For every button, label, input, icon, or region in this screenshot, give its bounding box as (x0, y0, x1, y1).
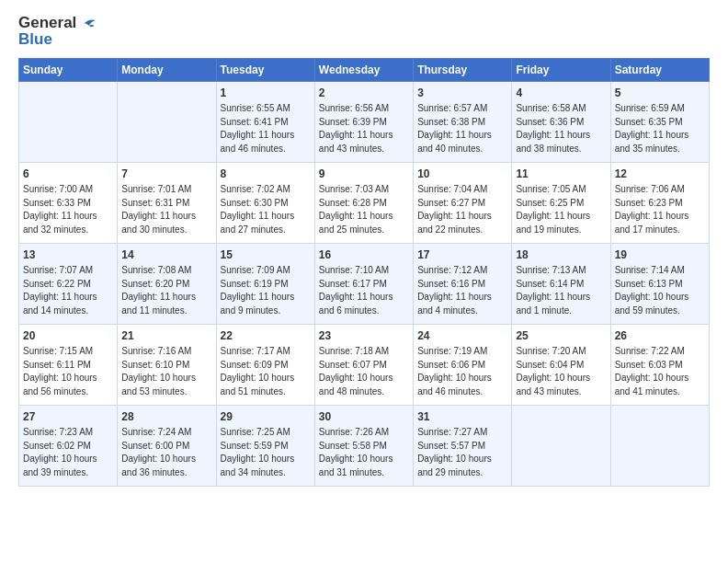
cell-info-line: Sunrise: 7:07 AM (23, 264, 113, 278)
calendar-cell: 28Sunrise: 7:24 AMSunset: 6:00 PMDayligh… (118, 405, 216, 486)
cell-info-line: Sunset: 6:17 PM (319, 278, 409, 292)
cell-info-line: Daylight: 10 hours and 46 minutes. (417, 372, 507, 398)
calendar-week-3: 13Sunrise: 7:07 AMSunset: 6:22 PMDayligh… (19, 243, 710, 324)
cell-info-line: Sunset: 5:59 PM (221, 440, 311, 454)
day-number: 9 (319, 167, 409, 182)
cell-info-line: Sunset: 6:00 PM (121, 440, 211, 454)
cell-info-line: Sunset: 6:22 PM (23, 278, 113, 292)
cell-info-line: Sunrise: 7:25 AM (221, 426, 311, 440)
cell-info-line: Sunrise: 7:18 AM (319, 345, 409, 359)
cell-info-line: Sunset: 6:27 PM (417, 197, 507, 211)
cell-info-line: Daylight: 10 hours and 31 minutes. (319, 453, 409, 479)
day-number: 1 (221, 86, 311, 101)
cell-info-line: Sunrise: 6:59 AM (615, 102, 705, 116)
calendar-cell: 8Sunrise: 7:02 AMSunset: 6:30 PMDaylight… (216, 162, 314, 243)
day-number: 26 (615, 328, 705, 344)
cell-info-line: Sunset: 6:33 PM (23, 197, 113, 211)
day-number: 31 (417, 409, 507, 425)
day-number: 16 (319, 247, 409, 263)
cell-info-line: Daylight: 11 hours and 19 minutes. (516, 210, 606, 236)
cell-info-line: Daylight: 10 hours and 59 minutes. (615, 291, 705, 317)
calendar-cell: 9Sunrise: 7:03 AMSunset: 6:28 PMDaylight… (314, 162, 413, 243)
calendar-cell: 26Sunrise: 7:22 AMSunset: 6:03 PMDayligh… (610, 324, 709, 405)
cell-info-line: Sunset: 6:09 PM (221, 359, 311, 373)
cell-info-line: Sunset: 6:02 PM (23, 440, 113, 454)
cell-info-line: Daylight: 11 hours and 17 minutes. (615, 210, 705, 236)
cell-info-line: Daylight: 11 hours and 14 minutes. (23, 291, 113, 317)
cell-info-line: Sunset: 5:58 PM (319, 440, 409, 454)
weekday-header-saturday: Saturday (610, 58, 709, 81)
logo: General Blue (18, 15, 97, 49)
calendar-cell: 30Sunrise: 7:26 AMSunset: 5:58 PMDayligh… (314, 405, 413, 486)
day-number: 28 (121, 409, 211, 425)
calendar-body: 1Sunrise: 6:55 AMSunset: 6:41 PMDaylight… (19, 81, 710, 486)
day-number: 27 (23, 409, 113, 425)
cell-info-line: Sunrise: 7:27 AM (417, 426, 507, 440)
cell-info-line: Sunset: 6:39 PM (319, 116, 409, 130)
day-number: 19 (615, 247, 705, 263)
cell-info-line: Sunrise: 7:15 AM (23, 345, 113, 359)
weekday-header-wednesday: Wednesday (314, 58, 413, 81)
cell-info-line: Daylight: 11 hours and 25 minutes. (319, 210, 409, 236)
cell-info-line: Sunrise: 7:13 AM (516, 264, 606, 278)
cell-info-line: Sunrise: 7:19 AM (417, 345, 507, 359)
cell-info-line: Daylight: 10 hours and 39 minutes. (23, 453, 113, 479)
weekday-header-friday: Friday (512, 58, 610, 81)
cell-info-line: Sunrise: 7:04 AM (417, 183, 507, 197)
weekday-header-row: SundayMondayTuesdayWednesdayThursdayFrid… (19, 58, 710, 81)
cell-info-line: Sunset: 6:31 PM (121, 197, 211, 211)
cell-info-line: Daylight: 11 hours and 30 minutes. (121, 210, 211, 236)
cell-info-line: Sunset: 6:11 PM (23, 359, 113, 373)
cell-info-line: Sunrise: 7:00 AM (23, 183, 113, 197)
day-number: 22 (221, 328, 311, 344)
cell-info-line: Daylight: 10 hours and 41 minutes. (615, 372, 705, 398)
page-container: General Blue SundayMondayTuesdayWednesda… (0, 0, 728, 505)
calendar-cell (118, 81, 216, 162)
cell-info-line: Daylight: 11 hours and 6 minutes. (319, 291, 409, 317)
day-number: 4 (516, 86, 606, 101)
weekday-header-tuesday: Tuesday (216, 58, 314, 81)
cell-info-line: Sunrise: 7:20 AM (516, 345, 606, 359)
calendar-cell: 2Sunrise: 6:56 AMSunset: 6:39 PMDaylight… (314, 81, 413, 162)
calendar-cell: 1Sunrise: 6:55 AMSunset: 6:41 PMDaylight… (216, 81, 314, 162)
calendar-cell: 6Sunrise: 7:00 AMSunset: 6:33 PMDaylight… (19, 162, 118, 243)
cell-info-line: Sunset: 6:07 PM (319, 359, 409, 373)
cell-info-line: Sunrise: 7:26 AM (319, 426, 409, 440)
cell-info-line: Daylight: 11 hours and 40 minutes. (417, 129, 507, 155)
calendar-cell: 18Sunrise: 7:13 AMSunset: 6:14 PMDayligh… (512, 243, 610, 324)
day-number: 3 (417, 86, 507, 101)
cell-info-line: Sunset: 6:23 PM (615, 197, 705, 211)
day-number: 2 (319, 86, 409, 101)
cell-info-line: Sunrise: 7:08 AM (121, 264, 211, 278)
calendar-cell: 23Sunrise: 7:18 AMSunset: 6:07 PMDayligh… (314, 324, 413, 405)
calendar-cell: 10Sunrise: 7:04 AMSunset: 6:27 PMDayligh… (414, 162, 512, 243)
cell-info-line: Sunset: 6:16 PM (417, 278, 507, 292)
cell-info-line: Sunset: 6:20 PM (121, 278, 211, 292)
cell-info-line: Daylight: 11 hours and 1 minute. (516, 291, 606, 317)
cell-info-line: Sunrise: 7:09 AM (221, 264, 311, 278)
cell-info-line: Sunset: 6:13 PM (615, 278, 705, 292)
cell-info-line: Daylight: 10 hours and 56 minutes. (23, 372, 113, 398)
day-number: 14 (121, 247, 211, 263)
day-number: 20 (23, 328, 113, 344)
day-number: 12 (615, 167, 705, 182)
day-number: 29 (221, 409, 311, 425)
calendar-table: SundayMondayTuesdayWednesdayThursdayFrid… (18, 58, 710, 487)
calendar-cell: 29Sunrise: 7:25 AMSunset: 5:59 PMDayligh… (216, 405, 314, 486)
cell-info-line: Sunrise: 6:57 AM (417, 102, 507, 116)
calendar-cell (512, 405, 610, 486)
calendar-cell (610, 405, 709, 486)
cell-info-line: Daylight: 10 hours and 29 minutes. (417, 453, 507, 479)
cell-info-line: Daylight: 10 hours and 53 minutes. (121, 372, 211, 398)
calendar-cell (19, 81, 118, 162)
cell-info-line: Sunrise: 7:17 AM (221, 345, 311, 359)
day-number: 21 (121, 328, 211, 344)
calendar-cell: 15Sunrise: 7:09 AMSunset: 6:19 PMDayligh… (216, 243, 314, 324)
day-number: 13 (23, 247, 113, 263)
calendar-cell: 31Sunrise: 7:27 AMSunset: 5:57 PMDayligh… (414, 405, 512, 486)
cell-info-line: Daylight: 11 hours and 9 minutes. (221, 291, 311, 317)
cell-info-line: Sunrise: 7:06 AM (615, 183, 705, 197)
cell-info-line: Daylight: 11 hours and 11 minutes. (121, 291, 211, 317)
calendar-week-4: 20Sunrise: 7:15 AMSunset: 6:11 PMDayligh… (19, 324, 710, 405)
cell-info-line: Daylight: 10 hours and 48 minutes. (319, 372, 409, 398)
